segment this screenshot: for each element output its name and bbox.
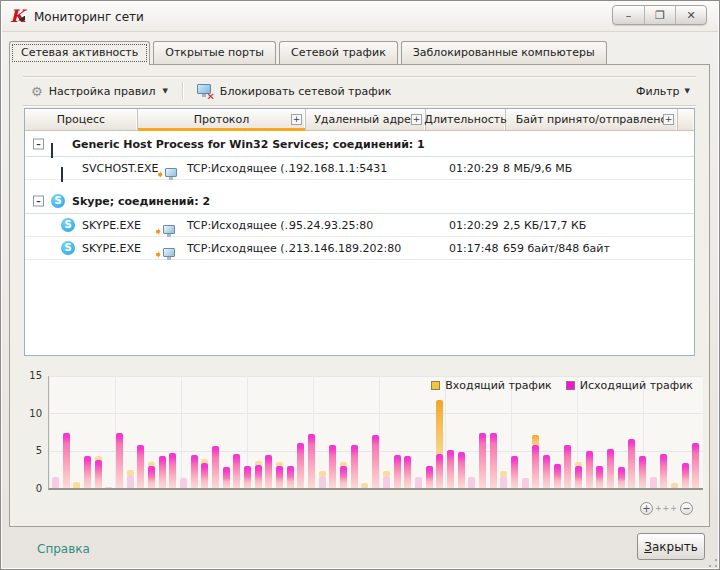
spacer-row (25, 180, 694, 188)
app-window-icon (51, 143, 53, 158)
chart-bar (458, 452, 465, 488)
tab-content-panel: ⚙ Настройка правил ▼ ✕ Блокировать сетев… (9, 64, 710, 527)
chart-bar (276, 462, 283, 488)
chart-bar (394, 455, 401, 488)
chart-bar (191, 455, 198, 488)
expand-column-icon[interactable]: + (663, 114, 674, 125)
bytes-value: 659 байт/848 байт (503, 242, 610, 255)
chart-bar (692, 443, 699, 488)
chart-bar (426, 466, 433, 488)
network-monitor-window: K Мониторинг сети – ❐ ✕ Сетевая активнос… (0, 0, 720, 570)
chart-bar (297, 443, 304, 488)
duration-value: 01:20:29 (449, 219, 498, 232)
filter-button[interactable]: Фильтр ▼ (630, 82, 696, 101)
chart-legend: Входящий трафик Исходящий трафик (431, 379, 693, 392)
chart-bar (607, 449, 614, 488)
expand-column-icon[interactable]: + (411, 114, 422, 125)
window-controls: – ❐ ✕ (612, 5, 707, 25)
traffic-chart: 15 10 5 0 Входящий трафик Исходящий траф… (24, 374, 705, 496)
chart-bar (233, 454, 240, 488)
tab-open-ports[interactable]: Открытые порты (153, 41, 276, 64)
zoom-in-icon[interactable]: + (640, 502, 653, 515)
block-traffic-button[interactable]: ✕ Блокировать сетевой трафик (189, 81, 400, 102)
chart-bar (543, 455, 550, 488)
legend-item-outgoing: Исходящий трафик (566, 379, 693, 392)
close-icon[interactable]: ✕ (675, 6, 706, 24)
chart-bar (159, 456, 166, 488)
chart-bar (127, 470, 134, 488)
collapse-icon[interactable]: – (33, 138, 44, 149)
y-tick-label: 15 (29, 370, 42, 381)
group-label: Skype; соединений: 2 (72, 194, 210, 207)
tab-network-traffic[interactable]: Сетевой трафик (279, 41, 398, 64)
protocol-value: TCP:Исходящее (… (187, 219, 296, 232)
chart-bar (201, 459, 208, 488)
resize-grip[interactable] (709, 559, 717, 567)
chevron-down-icon: ▼ (685, 87, 690, 95)
chart-bar (468, 477, 475, 488)
y-axis-labels: 15 10 5 0 (24, 370, 46, 494)
chart-bar (596, 466, 603, 488)
block-network-icon: ✕ (197, 84, 214, 99)
duration-value: 01:20:29 (449, 162, 498, 175)
chart-bar (308, 434, 315, 488)
bytes-value: 8 МБ/9,6 МБ (503, 162, 572, 175)
table-row[interactable]: SVCHOST.EXE ➧ TCP:Исходящее (… 192.168.1… (25, 157, 694, 180)
chart-bar (287, 466, 294, 488)
chart-bar (575, 462, 582, 488)
toolbar-separator (182, 82, 183, 100)
incoming-swatch-icon (431, 381, 440, 390)
chart-bar (650, 477, 657, 488)
chart-bar (95, 456, 102, 488)
tab-network-activity[interactable]: Сетевая активность (9, 41, 150, 65)
column-header-address[interactable]: Удаленный адрес + (306, 109, 426, 130)
legend-item-incoming: Входящий трафик (431, 379, 552, 392)
column-header-bytes[interactable]: Байт принято/отправлено + (506, 109, 678, 130)
title-bar: K Мониторинг сети – ❐ ✕ (2, 2, 718, 32)
column-header-protocol[interactable]: Протокол + (138, 109, 306, 130)
chart-bar (319, 471, 326, 488)
chart-bar (180, 478, 187, 488)
remote-address: 213.146.189.202:80 (289, 242, 401, 255)
y-tick-label: 10 (29, 408, 42, 419)
tab-blocked-computers[interactable]: Заблокированные компьютеры (401, 41, 607, 64)
help-link[interactable]: Справка (37, 542, 90, 556)
tab-bar: Сетевая активность Открытые порты Сетево… (9, 41, 607, 65)
zoom-out-icon[interactable]: − (680, 502, 693, 515)
chart-bar (511, 456, 518, 488)
chart-bar (522, 478, 529, 488)
chart-bar (361, 483, 368, 488)
chart-bar (244, 466, 251, 488)
rules-setup-button[interactable]: ⚙ Настройка правил ▼ (23, 82, 176, 101)
collapse-icon[interactable]: – (33, 195, 44, 206)
maximize-button[interactable]: ❐ (644, 6, 675, 24)
chart-bar (586, 451, 593, 488)
chart-bar (52, 477, 59, 488)
chart-bar (372, 435, 379, 488)
minimize-button[interactable]: – (613, 6, 644, 24)
column-header-duration[interactable]: Длительность (426, 109, 506, 130)
chart-bar (73, 482, 80, 488)
close-button[interactable]: Закрыть (637, 533, 705, 560)
chart-bar (212, 446, 219, 488)
skype-icon: S (61, 218, 75, 232)
remote-address: 192.168.1.1:5431 (289, 162, 387, 175)
bytes-value: 2,5 КБ/17,7 КБ (503, 219, 586, 232)
chart-bar (415, 477, 422, 488)
group-row-skype[interactable]: – S Skype; соединений: 2 (25, 188, 694, 214)
chart-bar (618, 467, 625, 488)
protocol-value: TCP:Исходящее (… (187, 162, 296, 175)
expand-column-icon[interactable]: + (291, 114, 302, 125)
zoom-slider[interactable]: +++ (655, 504, 678, 513)
chart-bar (340, 462, 347, 488)
connections-table: Процесс Протокол + Удаленный адрес + Дли… (24, 108, 695, 356)
table-row[interactable]: S SKYPE.EXE ➧ TCP:Исходящее (… 213.146.1… (25, 237, 694, 260)
group-row-svchost[interactable]: – Generic Host Process for Win32 Service… (25, 131, 694, 157)
chart-bars (52, 376, 700, 488)
kaspersky-icon: K (10, 9, 27, 25)
column-header-process[interactable]: Процесс (25, 109, 138, 130)
chart-bar (447, 450, 454, 488)
remote-address: 95.24.93.25:80 (289, 219, 373, 232)
chart-bar (554, 464, 561, 488)
table-row[interactable]: S SKYPE.EXE ➧ TCP:Исходящее (… 95.24.93.… (25, 214, 694, 237)
